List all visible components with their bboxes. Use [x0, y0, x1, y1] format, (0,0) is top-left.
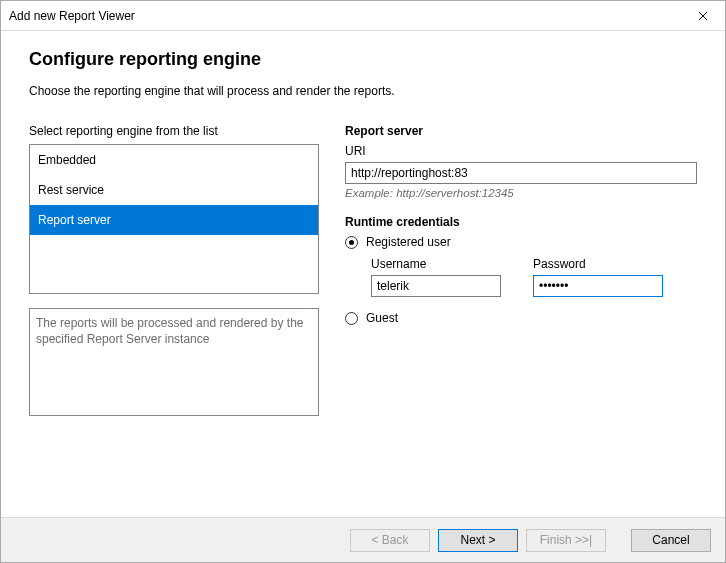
cancel-button[interactable]: Cancel — [631, 529, 711, 552]
window-title: Add new Report Viewer — [9, 9, 135, 23]
radio-registered-user[interactable]: Registered user — [345, 235, 697, 249]
username-label: Username — [371, 257, 501, 271]
radio-guest[interactable]: Guest — [345, 311, 697, 325]
page-subtitle: Choose the reporting engine that will pr… — [29, 84, 697, 98]
page-heading: Configure reporting engine — [29, 49, 697, 70]
radio-icon — [345, 312, 358, 325]
finish-button: Finish >>| — [526, 529, 606, 552]
uri-hint: Example: http://serverhost:12345 — [345, 187, 697, 199]
username-input[interactable] — [371, 275, 501, 297]
radio-guest-label: Guest — [366, 311, 398, 325]
uri-input[interactable] — [345, 162, 697, 184]
left-panel: Select reporting engine from the list Em… — [29, 124, 319, 416]
runtime-credentials-label: Runtime credentials — [345, 215, 697, 229]
report-server-label: Report server — [345, 124, 697, 138]
engine-list-label: Select reporting engine from the list — [29, 124, 319, 138]
right-panel: Report server URI Example: http://server… — [345, 124, 697, 416]
credential-fields: Username Password — [345, 257, 697, 297]
close-icon — [698, 8, 708, 24]
title-bar: Add new Report Viewer — [1, 1, 725, 31]
wizard-button-bar: < Back Next > Finish >>| Cancel — [1, 517, 725, 562]
uri-label: URI — [345, 144, 697, 158]
list-item-rest-service[interactable]: Rest service — [30, 175, 318, 205]
list-item-embedded[interactable]: Embedded — [30, 145, 318, 175]
engine-listbox[interactable]: Embedded Rest service Report server — [29, 144, 319, 294]
password-label: Password — [533, 257, 663, 271]
engine-description: The reports will be processed and render… — [29, 308, 319, 416]
radio-registered-label: Registered user — [366, 235, 451, 249]
password-input[interactable] — [533, 275, 663, 297]
close-button[interactable] — [680, 1, 725, 30]
next-button[interactable]: Next > — [438, 529, 518, 552]
list-item-report-server[interactable]: Report server — [30, 205, 318, 235]
radio-icon — [345, 236, 358, 249]
back-button: < Back — [350, 529, 430, 552]
content-area: Configure reporting engine Choose the re… — [1, 31, 725, 416]
